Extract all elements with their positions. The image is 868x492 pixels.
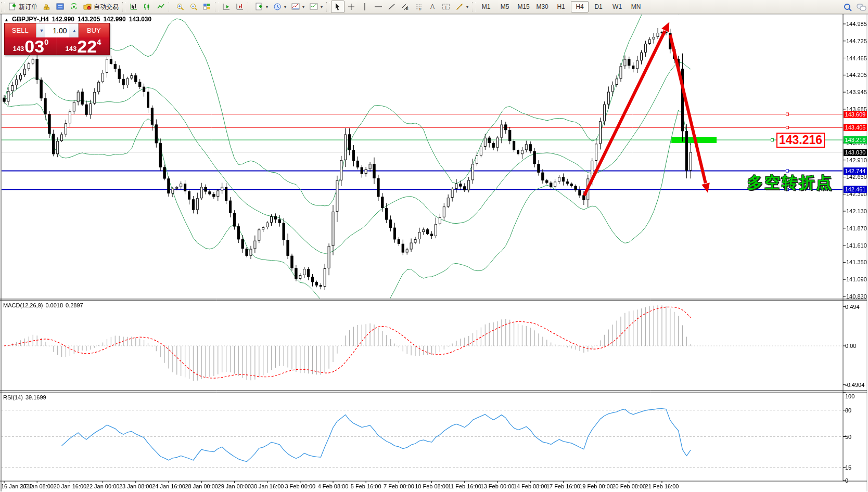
price-chart-canvas[interactable] bbox=[0, 0, 868, 492]
dropdown-caret-icon: ▾ bbox=[321, 5, 323, 9]
timeframe-w1[interactable]: W1 bbox=[608, 1, 626, 12]
dropdown-caret-icon: ▾ bbox=[466, 5, 468, 9]
chart-type-toolbar bbox=[127, 1, 168, 13]
time-label: 20 Jan 16:00 bbox=[51, 483, 88, 489]
text-icon: A bbox=[428, 3, 437, 11]
toolbar-right bbox=[843, 1, 865, 13]
cursor-button[interactable] bbox=[331, 1, 344, 13]
timeframe-d1[interactable]: D1 bbox=[590, 1, 607, 12]
dropdown-caret-icon: ▾ bbox=[302, 5, 304, 9]
expand-triangle-icon[interactable]: ▲ bbox=[4, 17, 9, 22]
timeframe-h4[interactable]: H4 bbox=[571, 1, 589, 12]
zoom-in-icon bbox=[176, 3, 184, 11]
buy-price[interactable]: 143224 bbox=[57, 37, 109, 55]
toolbar-grip[interactable] bbox=[1, 2, 5, 11]
time-label: 21 Feb 16:00 bbox=[643, 483, 681, 489]
new-order-label: 新订单 bbox=[19, 3, 37, 11]
price-tag: 143.609 bbox=[844, 111, 867, 118]
terminal-window-icon bbox=[56, 3, 65, 11]
rsi-label: RSI(14)39.1699 bbox=[3, 394, 49, 400]
search-icon[interactable] bbox=[843, 3, 851, 11]
time-label: 3 Feb 00:00 bbox=[282, 483, 319, 489]
svg-text:F: F bbox=[419, 7, 422, 11]
price-tick: 142.130 bbox=[846, 208, 867, 214]
dropdown-caret-icon: ▾ bbox=[284, 5, 286, 9]
price-tick: 140.830 bbox=[846, 293, 867, 300]
toolbar-grip[interactable] bbox=[472, 2, 476, 11]
timeframe-m5[interactable]: M5 bbox=[496, 1, 514, 12]
volume-decrease-button[interactable]: ▼ bbox=[36, 23, 45, 37]
text-label-icon: T bbox=[442, 3, 450, 11]
candlestick-chart-button[interactable] bbox=[141, 1, 154, 13]
autotrading-button[interactable]: 自动交易 bbox=[81, 1, 121, 13]
toolbar-grip[interactable] bbox=[248, 2, 251, 11]
rsi-tick: 0 bbox=[845, 477, 848, 484]
tile-windows-button[interactable] bbox=[200, 1, 214, 13]
zoom-out-button[interactable] bbox=[187, 1, 200, 13]
zoom-toolbar bbox=[173, 1, 214, 13]
templates-button[interactable]: ▾ bbox=[289, 1, 307, 13]
svg-text:E: E bbox=[406, 7, 409, 10]
indicators-button[interactable]: ▾ bbox=[307, 1, 325, 13]
chat-icon[interactable] bbox=[857, 3, 865, 11]
zoom-in-button[interactable] bbox=[173, 1, 187, 13]
text-label-button[interactable]: T bbox=[439, 1, 453, 13]
sell-button[interactable]: SELL bbox=[5, 23, 36, 37]
new-order-button[interactable]: 新订单 bbox=[6, 1, 40, 13]
auto-scroll-button[interactable] bbox=[220, 1, 233, 13]
vertical-line-button[interactable] bbox=[358, 1, 372, 13]
timeframe-h1[interactable]: H1 bbox=[552, 1, 570, 12]
ohlc-open: 142.990 bbox=[52, 16, 74, 23]
toolbar-grip[interactable] bbox=[326, 2, 330, 11]
sell-price-base: 143 bbox=[13, 45, 24, 53]
toolbar-grip[interactable] bbox=[122, 2, 126, 11]
line-chart-icon bbox=[157, 3, 165, 11]
timeframe-m30[interactable]: M30 bbox=[533, 1, 551, 12]
sell-price-point: 0 bbox=[44, 37, 48, 46]
autotrading-icon bbox=[83, 3, 92, 11]
price-tick: 143.945 bbox=[846, 89, 867, 95]
templates-icon bbox=[291, 3, 300, 11]
price-tag: 142.744 bbox=[844, 167, 867, 175]
turning-point-note[interactable]: 多空转折点 bbox=[747, 172, 833, 193]
terminal-button[interactable] bbox=[54, 1, 67, 13]
time-label: 29 Jan 08:00 bbox=[215, 483, 253, 489]
crosshair-button[interactable] bbox=[344, 1, 358, 13]
line-chart-button[interactable] bbox=[154, 1, 168, 13]
market-watch-button[interactable] bbox=[40, 1, 54, 13]
periods-button[interactable]: ▾ bbox=[271, 1, 289, 13]
signal-icon bbox=[70, 3, 78, 11]
new-chart-button[interactable]: ▾ bbox=[252, 1, 271, 13]
price-tick: 144.725 bbox=[846, 38, 867, 44]
fibonacci-button[interactable]: F bbox=[412, 1, 426, 13]
macd-label: MACD(12,26,9)0.00180.2897 bbox=[3, 302, 86, 308]
toolbar-grip[interactable] bbox=[169, 2, 172, 11]
toolbar-grip[interactable] bbox=[215, 2, 219, 11]
time-label: 4 Feb 08:00 bbox=[314, 483, 352, 489]
timeframe-toolbar: M1M5M15M30H1H4D1W1MN bbox=[477, 1, 645, 13]
buy-price-pips: 22 bbox=[77, 39, 97, 54]
volume-input[interactable] bbox=[45, 23, 69, 37]
chart-shift-button[interactable] bbox=[233, 1, 247, 13]
ohlc-low: 142.990 bbox=[103, 16, 125, 23]
signals-button[interactable] bbox=[67, 1, 81, 13]
profiles-toolbar: ▾ ▾ ▾ ▾ bbox=[252, 1, 325, 13]
volume-increase-button[interactable]: ▲ bbox=[69, 23, 78, 37]
price-tag: 143.030 bbox=[844, 149, 867, 156]
price-tick: 144.465 bbox=[846, 55, 867, 61]
timeframe-m1[interactable]: M1 bbox=[477, 1, 495, 12]
horizontal-line-button[interactable] bbox=[372, 1, 385, 13]
equidistant-channel-button[interactable]: E bbox=[399, 1, 412, 13]
bar-chart-button[interactable] bbox=[127, 1, 141, 13]
time-label: 24 Jan 16:00 bbox=[150, 483, 187, 489]
price-tick: 141.090 bbox=[846, 276, 867, 282]
arrows-button[interactable]: ▾ bbox=[453, 1, 471, 13]
sell-price[interactable]: 143030 bbox=[5, 37, 57, 55]
buy-button[interactable]: BUY bbox=[79, 23, 110, 37]
trend-line-button[interactable] bbox=[385, 1, 399, 13]
time-label: 5 Feb 16:00 bbox=[347, 483, 385, 489]
price-callout[interactable]: 143.216 bbox=[776, 133, 825, 148]
timeframe-m15[interactable]: M15 bbox=[515, 1, 532, 12]
timeframe-mn[interactable]: MN bbox=[627, 1, 645, 12]
text-button[interactable]: A bbox=[426, 1, 439, 13]
